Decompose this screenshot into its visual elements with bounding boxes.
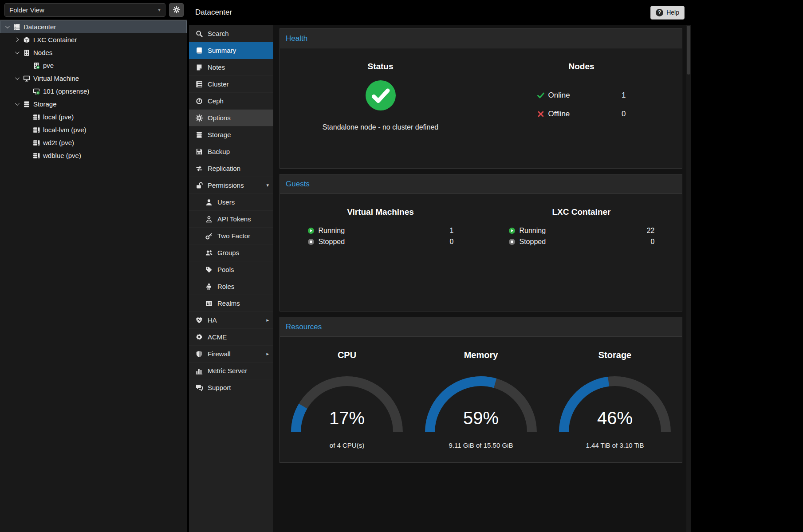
menu-item-label: Users: [217, 198, 235, 206]
menu-item-users[interactable]: Users: [189, 194, 273, 211]
certificate-icon: [196, 334, 203, 341]
node-status-label: Offline: [548, 110, 570, 118]
menu-item-label: Permissions: [208, 181, 244, 189]
guests-rows: Running22Stopped0: [508, 227, 655, 246]
tree-item-wd2t-pve[interactable]: wd2t (pve): [0, 136, 187, 149]
menu-item-pools[interactable]: Pools: [189, 261, 273, 278]
gauge-value: 17%: [285, 408, 409, 428]
menu-item-support[interactable]: Support: [189, 379, 273, 396]
tree-expander-icon[interactable]: [13, 102, 20, 106]
gauge-caption: 9.11 GiB of 15.50 GiB: [414, 441, 548, 449]
guests-panel: Guests Virtual MachinesRunning1Stopped0L…: [279, 174, 682, 311]
vertical-scrollbar[interactable]: [686, 25, 691, 532]
chevron-right-icon: ▸: [266, 317, 269, 323]
guest-status-row-stopped: Stopped0: [508, 238, 655, 246]
desktop-background: [691, 0, 803, 532]
database-icon: [196, 131, 203, 138]
help-label: Help: [666, 9, 679, 16]
menu-item-notes[interactable]: Notes: [189, 59, 273, 76]
tree-expander-icon[interactable]: [4, 25, 10, 28]
section-menu: SearchSummaryNotesClusterCephOptionsStor…: [189, 25, 273, 532]
ceph-icon: [196, 98, 203, 105]
tree-item-pve[interactable]: pve: [0, 59, 187, 72]
tree-item-datacenter[interactable]: Datacenter: [0, 20, 187, 33]
menu-item-two-factor[interactable]: Two Factor: [189, 228, 273, 244]
menu-item-cluster[interactable]: Cluster: [189, 76, 273, 93]
stopped-icon: [307, 238, 315, 245]
menu-item-summary[interactable]: Summary: [189, 42, 273, 59]
tree-item-local-lvm-pve[interactable]: local-lvm (pve): [0, 123, 187, 136]
guests-rows: Running1Stopped0: [307, 227, 454, 246]
tree-item-virtual-machine[interactable]: Virtual Machine: [0, 72, 187, 85]
tree-item-nodes[interactable]: Nodes: [0, 46, 187, 59]
guests-column-heading: LXC Container: [481, 207, 682, 217]
menu-item-options[interactable]: Options: [189, 110, 273, 126]
menu-item-label: Summary: [208, 47, 236, 54]
menu-item-firewall[interactable]: Firewall▸: [189, 346, 273, 363]
tree-toolbar: Folder View ▾: [0, 0, 187, 20]
tree-item-storage[interactable]: Storage: [0, 98, 187, 110]
tree-item-label: wdblue (pve): [43, 152, 81, 159]
vm-running-icon: [33, 88, 40, 95]
datacenter-icon: [13, 24, 20, 31]
menu-item-replication[interactable]: Replication: [189, 160, 273, 177]
menu-item-search[interactable]: Search: [189, 25, 273, 42]
menu-item-label: API Tokens: [217, 215, 251, 223]
gear-icon: [173, 6, 180, 13]
heart-icon: [196, 317, 203, 324]
tree-item-wdblue-pve[interactable]: wdblue (pve): [0, 149, 187, 162]
cube-icon: [23, 36, 30, 43]
user-outline-icon: [205, 216, 213, 223]
help-button[interactable]: ? Help: [650, 6, 685, 20]
workspace: Datacenter ? Help SearchSummaryNotesClus…: [189, 0, 691, 532]
guest-status-value: 0: [651, 238, 655, 246]
menu-item-ceph[interactable]: Ceph: [189, 93, 273, 110]
guests-column-heading: Virtual Machines: [280, 207, 481, 217]
resources-body: CPU17%of 4 CPU(s)Memory59%9.11 GiB of 15…: [280, 337, 682, 462]
menu-item-label: Search: [208, 30, 229, 37]
tree-settings-button[interactable]: [169, 3, 184, 17]
menu-item-groups[interactable]: Groups: [189, 244, 273, 261]
users-icon: [205, 249, 213, 256]
tree-expander-icon[interactable]: [13, 38, 20, 41]
help-icon: ?: [656, 9, 663, 16]
tags-icon: [205, 266, 213, 273]
menu-item-permissions[interactable]: Permissions▾: [189, 177, 273, 194]
view-mode-select[interactable]: Folder View ▾: [4, 3, 165, 17]
menu-item-storage[interactable]: Storage: [189, 126, 273, 143]
resources-panel-title: Resources: [286, 323, 322, 331]
menu-item-label: Notes: [208, 63, 225, 71]
menu-item-label: Cluster: [208, 80, 229, 88]
resources-panel: Resources CPU17%of 4 CPU(s)Memory59%9.11…: [279, 317, 682, 463]
tree-item-101-opnsense[interactable]: 101 (opnsense): [0, 85, 187, 98]
menu-item-label: Storage: [208, 131, 231, 138]
guest-status-row-running: Running22: [508, 227, 655, 235]
menu-item-roles[interactable]: Roles: [189, 278, 273, 295]
tree-item-local-pve[interactable]: local (pve): [0, 110, 187, 123]
menu-item-label: Roles: [217, 283, 234, 290]
menu-item-api-tokens[interactable]: API Tokens: [189, 211, 273, 228]
menu-item-label: HA: [208, 316, 217, 324]
tree-expander-icon[interactable]: [13, 77, 20, 80]
menu-item-acme[interactable]: ACME: [189, 329, 273, 346]
gauge-heading: Storage: [548, 350, 682, 360]
menu-item-metric-server[interactable]: Metric Server: [189, 363, 273, 379]
resource-tree-panel: Folder View ▾ DatacenterLXC ContainerNod…: [0, 0, 187, 532]
check-icon: [537, 92, 544, 99]
tree-item-lxc-container[interactable]: LXC Container: [0, 33, 187, 46]
running-icon: [307, 227, 315, 234]
node-check-icon: [33, 62, 40, 69]
scrollbar-thumb[interactable]: [687, 26, 690, 75]
resources-panel-header: Resources: [280, 317, 682, 337]
chevron-down-icon: ▾: [158, 7, 161, 13]
id-card-icon: [205, 300, 213, 307]
replication-icon: [196, 165, 203, 172]
tree-item-label: 101 (opnsense): [43, 87, 89, 95]
shield-icon: [196, 351, 203, 358]
menu-item-backup[interactable]: Backup: [189, 143, 273, 160]
tree-expander-icon[interactable]: [13, 51, 20, 54]
menu-item-realms[interactable]: Realms: [189, 295, 273, 312]
gauge-meter: 17%: [285, 370, 409, 439]
menu-item-ha[interactable]: HA▸: [189, 312, 273, 329]
stopped-icon: [508, 238, 516, 245]
